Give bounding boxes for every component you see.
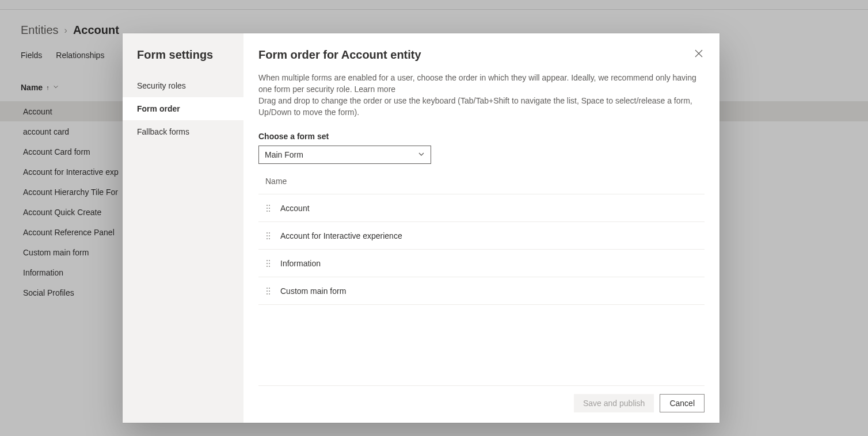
svg-point-2 xyxy=(267,208,268,209)
dialog-description: When multiple forms are enabled for a us… xyxy=(258,72,699,118)
form-set-selected-value: Main Form xyxy=(265,150,303,159)
order-item-label: Account xyxy=(280,204,310,213)
svg-point-17 xyxy=(269,266,270,267)
drag-handle-icon[interactable] xyxy=(265,231,271,240)
svg-point-21 xyxy=(269,290,270,292)
dialog-desc-line2: Drag and drop to change the order or use… xyxy=(258,96,692,117)
learn-more-link[interactable]: Learn more xyxy=(355,85,396,94)
svg-point-18 xyxy=(267,288,268,289)
form-set-select[interactable]: Main Form xyxy=(258,146,431,164)
dialog-sidebar-title: Form settings xyxy=(123,48,243,74)
svg-point-14 xyxy=(267,263,268,264)
order-item-label: Information xyxy=(280,259,321,268)
order-item-label: Custom main form xyxy=(280,286,346,296)
sidebar-item-fallback-forms[interactable]: Fallback forms xyxy=(123,120,243,143)
svg-point-15 xyxy=(269,263,270,264)
svg-point-20 xyxy=(267,290,268,292)
order-list-row[interactable]: Account for Interactive experience xyxy=(258,222,705,250)
dialog-sidebar: Form settings Security roles Form order … xyxy=(123,33,243,423)
dialog-title: Form order for Account entity xyxy=(258,48,705,62)
drag-handle-icon[interactable] xyxy=(265,204,271,213)
chevron-down-icon xyxy=(418,150,425,159)
order-list-row[interactable]: Account xyxy=(258,194,705,222)
svg-point-13 xyxy=(269,260,270,261)
svg-point-6 xyxy=(267,232,268,234)
order-list-row[interactable]: Information xyxy=(258,250,705,277)
cancel-button[interactable]: Cancel xyxy=(660,394,705,412)
sidebar-item-form-order[interactable]: Form order xyxy=(123,97,243,120)
svg-point-3 xyxy=(269,208,270,209)
svg-point-22 xyxy=(267,293,268,295)
form-settings-dialog: Form settings Security roles Form order … xyxy=(123,33,719,423)
order-list-header: Name xyxy=(258,177,705,194)
drag-handle-icon[interactable] xyxy=(265,286,271,296)
close-icon xyxy=(694,49,703,60)
svg-point-5 xyxy=(269,211,270,212)
dialog-footer: Save and publish Cancel xyxy=(258,385,705,423)
choose-form-set-label: Choose a form set xyxy=(258,132,705,141)
order-list-row[interactable]: Custom main form xyxy=(258,277,705,305)
svg-point-19 xyxy=(269,288,270,289)
save-and-publish-button[interactable]: Save and publish xyxy=(574,394,654,412)
svg-point-23 xyxy=(269,293,270,295)
svg-point-16 xyxy=(267,266,268,267)
svg-point-11 xyxy=(269,238,270,239)
svg-point-4 xyxy=(267,211,268,212)
svg-point-7 xyxy=(269,232,270,234)
svg-point-10 xyxy=(267,238,268,239)
dialog-desc-line1: When multiple forms are enabled for a us… xyxy=(258,73,696,94)
svg-point-8 xyxy=(267,235,268,236)
close-button[interactable] xyxy=(691,46,707,62)
sidebar-item-security-roles[interactable]: Security roles xyxy=(123,74,243,97)
svg-point-9 xyxy=(269,235,270,236)
order-item-label: Account for Interactive experience xyxy=(280,231,402,240)
svg-point-0 xyxy=(267,205,268,206)
svg-point-1 xyxy=(269,205,270,206)
svg-point-12 xyxy=(267,260,268,261)
drag-handle-icon[interactable] xyxy=(265,259,271,268)
